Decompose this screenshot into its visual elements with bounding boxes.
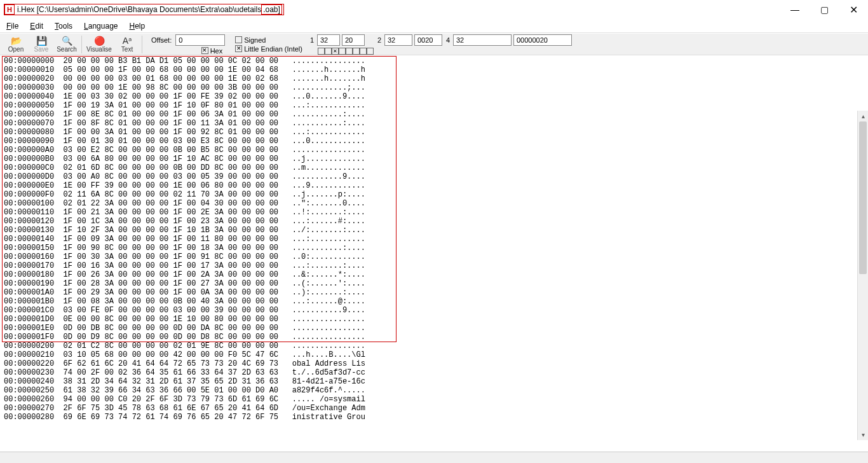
app-icon: H bbox=[4, 4, 15, 15]
scroll-down-icon[interactable]: ▾ bbox=[858, 429, 868, 440]
group1-hex-input[interactable] bbox=[342, 34, 365, 46]
text-button[interactable]: AᵃText bbox=[115, 34, 139, 55]
save-button[interactable]: 💾Save bbox=[29, 34, 53, 55]
separator bbox=[81, 36, 82, 53]
group4-dec-input[interactable] bbox=[453, 34, 512, 46]
offset-label: Offset: bbox=[151, 36, 172, 44]
group4-label: 4 bbox=[446, 36, 451, 44]
minimize-button[interactable]: — bbox=[780, 0, 810, 19]
signed-label: Signed bbox=[244, 36, 266, 44]
toolbar: 📂Open 💾Save 🔍Search 🔴Visualise AᵃText Of… bbox=[0, 33, 868, 55]
menubar: File Edit Tools Language Help bbox=[0, 19, 868, 33]
close-button[interactable]: ✕ bbox=[839, 0, 868, 19]
visualise-button[interactable]: 🔴Visualise bbox=[85, 34, 114, 55]
separator bbox=[142, 36, 142, 53]
hex-view[interactable]: 00:00000000 20 00 00 00 B3 B1 DA D1 05 0… bbox=[0, 55, 868, 423]
menu-language[interactable]: Language bbox=[84, 22, 118, 31]
group2-label: 2 bbox=[377, 36, 383, 44]
hex-checkbox-label: Hex bbox=[210, 47, 223, 55]
little-endian-label: Little Endian (Intel) bbox=[244, 45, 302, 53]
save-icon: 💾 bbox=[36, 36, 47, 46]
group2-hex-input[interactable] bbox=[414, 34, 442, 46]
text-icon: Aᵃ bbox=[123, 36, 132, 46]
menu-help[interactable]: Help bbox=[129, 22, 145, 31]
little-endian-checkbox[interactable]: ✕ bbox=[235, 45, 242, 52]
scroll-thumb[interactable] bbox=[859, 121, 867, 274]
maximize-button[interactable]: ▢ bbox=[810, 0, 839, 19]
group1-dec-input[interactable] bbox=[317, 34, 340, 46]
titlebar: H i.Hex [C:\Users\admin\OneDrive\Bhavaya… bbox=[0, 0, 868, 19]
offset-input[interactable] bbox=[175, 34, 225, 46]
title-highlighted-ext: .oab] bbox=[261, 4, 282, 15]
vertical-scrollbar[interactable]: ▴ ▾ bbox=[857, 111, 868, 440]
group2-dec-input[interactable] bbox=[384, 34, 412, 46]
statusbar bbox=[0, 452, 868, 463]
visualise-icon: 🔴 bbox=[94, 36, 105, 46]
bit-row-1[interactable]: ✕ bbox=[318, 48, 374, 55]
search-icon: 🔍 bbox=[62, 36, 72, 46]
menu-file[interactable]: File bbox=[6, 22, 18, 31]
folder-open-icon: 📂 bbox=[11, 36, 22, 46]
hex-checkbox[interactable]: ✕ bbox=[201, 47, 208, 54]
window-title: i.Hex [C:\Users\admin\OneDrive\Bhavaya D… bbox=[17, 5, 282, 14]
menu-tools[interactable]: Tools bbox=[55, 22, 72, 31]
group4-hex-input[interactable] bbox=[513, 34, 572, 46]
menu-edit[interactable]: Edit bbox=[30, 22, 43, 31]
group1-label: 1 bbox=[310, 36, 315, 44]
search-button[interactable]: 🔍Search bbox=[55, 34, 79, 55]
scroll-up-icon[interactable]: ▴ bbox=[858, 111, 868, 121]
signed-checkbox[interactable] bbox=[235, 36, 242, 43]
open-button[interactable]: 📂Open bbox=[4, 34, 28, 55]
